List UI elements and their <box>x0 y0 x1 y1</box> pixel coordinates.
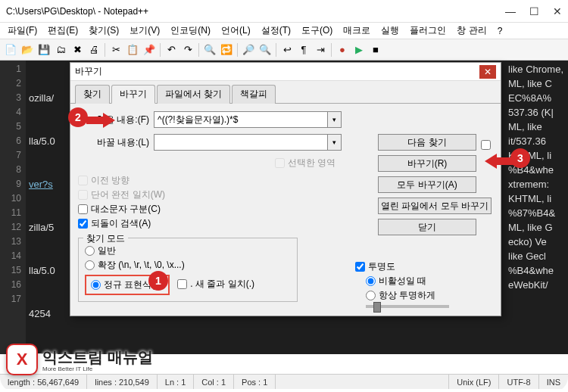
whole-word-checkbox <box>78 190 88 200</box>
in-selection-checkbox <box>275 158 285 168</box>
dialog-titlebar[interactable]: 바꾸기 ✕ <box>70 63 501 81</box>
dialog-title-text: 바꾸기 <box>75 65 479 78</box>
dialog-tabs: 찾기 바꾸기 파일에서 찾기 책갈피 <box>70 81 501 104</box>
undo-icon[interactable]: ↶ <box>164 42 179 58</box>
save-all-icon[interactable]: 🗂 <box>53 42 68 58</box>
find-input[interactable] <box>154 111 328 128</box>
tab-bookmark[interactable]: 책갈피 <box>232 85 276 104</box>
status-col: Col : 1 <box>194 375 234 389</box>
find-next-button[interactable]: 다음 찾기 <box>378 134 476 151</box>
window-title: C:\Users\PG\Desktop\ - Notepad++ <box>6 6 505 17</box>
zoom-in-icon[interactable]: 🔎 <box>241 42 256 58</box>
callout-1: 1 <box>148 271 168 291</box>
wrap-around-label: 되돌이 검색(A) <box>91 217 151 230</box>
find-next-extra-checkbox[interactable] <box>481 140 491 150</box>
mode-extended-label: 확장 (\n, \r, \t, \0, \x...) <box>98 259 185 272</box>
minimize-icon[interactable]: — <box>505 5 516 17</box>
maximize-icon[interactable]: ☐ <box>529 5 539 17</box>
prev-direction-label: 이전 방향 <box>91 174 130 187</box>
search-mode-group: 찾기 모드 일반 확장 (\n, \r, \t, \0, \x...) 정규 표… <box>78 238 298 302</box>
window-controls: — ☐ ✕ <box>505 5 562 17</box>
copy-icon[interactable]: 📋 <box>125 42 140 58</box>
dotall-label: . 새 줄과 일치(.) <box>190 278 254 291</box>
replace-icon[interactable]: 🔁 <box>219 42 234 58</box>
paste-icon[interactable]: 📌 <box>142 42 157 58</box>
callout-3: 3 <box>510 148 530 168</box>
callout-2: 2 <box>68 107 88 127</box>
match-case-checkbox[interactable] <box>78 204 88 214</box>
line-gutter: 123 456 789 101112 131415 1617 <box>0 61 26 354</box>
new-file-icon[interactable]: 📄 <box>3 42 18 58</box>
separator <box>105 43 105 57</box>
menu-windows[interactable]: 창 관리 <box>452 23 491 39</box>
indent-icon[interactable]: ⇥ <box>313 42 328 58</box>
play-icon[interactable]: ▶ <box>351 42 367 58</box>
menu-macro[interactable]: 매크로 <box>339 23 375 39</box>
wordwrap-icon[interactable]: ↩ <box>279 42 295 58</box>
trans-inactive-label: 비활성일 때 <box>379 275 426 288</box>
transparency-group: 투명도 비활성일 때 항상 투명하게 <box>355 259 492 308</box>
match-case-label: 대소문자 구분(C) <box>91 203 161 216</box>
replace-label: 바꿀 내용:(L) <box>78 136 154 149</box>
menu-run[interactable]: 실행 <box>376 23 404 39</box>
close-button[interactable]: 닫기 <box>378 219 476 235</box>
replace-all-button[interactable]: 모두 바꾸기(A) <box>378 176 476 193</box>
prev-direction-checkbox <box>78 176 88 185</box>
status-lines: lines : 210,549 <box>87 375 158 389</box>
replace-button[interactable]: 바꾸기(R) <box>378 155 476 172</box>
transparency-checkbox[interactable] <box>355 262 365 272</box>
dotall-checkbox[interactable] <box>177 279 187 289</box>
find-dropdown-icon[interactable]: ▾ <box>328 111 342 128</box>
watermark: X 익스트림 매뉴얼 More Better IT Life <box>6 344 153 375</box>
redo-icon[interactable]: ↷ <box>180 42 195 58</box>
menu-edit[interactable]: 편집(E) <box>43 23 83 39</box>
stop-icon[interactable]: ■ <box>368 42 383 58</box>
mode-extended-radio[interactable] <box>85 260 95 270</box>
save-icon[interactable]: 💾 <box>36 42 51 58</box>
print-icon[interactable]: 🖨 <box>86 42 101 58</box>
close-file-icon[interactable]: ✖ <box>70 42 85 58</box>
trans-inactive-radio[interactable] <box>366 276 376 286</box>
open-file-icon[interactable]: 📂 <box>20 42 35 58</box>
replace-all-open-button[interactable]: 열린 파일에서 모두 바꾸기 <box>378 198 492 214</box>
toolbar: 📄 📂 💾 🗂 ✖ 🖨 ✂ 📋 📌 ↶ ↷ 🔍 🔁 🔎 🔍 ↩ ¶ ⇥ ● ▶ … <box>0 39 568 61</box>
transparency-slider[interactable] <box>366 305 449 308</box>
transparency-label: 투명도 <box>368 260 395 273</box>
wrap-around-checkbox[interactable] <box>78 219 88 229</box>
menu-help[interactable]: ? <box>493 24 507 38</box>
menu-file[interactable]: 파일(F) <box>3 23 42 39</box>
menu-tools[interactable]: 도구(O) <box>297 23 337 39</box>
dialog-close-button[interactable]: ✕ <box>479 65 496 79</box>
replace-dropdown-icon[interactable]: ▾ <box>328 134 342 151</box>
tab-find[interactable]: 찾기 <box>75 85 110 104</box>
tab-find-in-files[interactable]: 파일에서 찾기 <box>157 85 230 104</box>
menubar: 파일(F) 편집(E) 찾기(S) 보기(V) 인코딩(N) 언어(L) 설정(… <box>0 23 568 39</box>
menu-search[interactable]: 찾기(S) <box>84 23 123 39</box>
trans-always-radio[interactable] <box>366 291 376 300</box>
zoom-out-icon[interactable]: 🔍 <box>257 42 273 58</box>
menu-language[interactable]: 언어(L) <box>217 23 255 39</box>
close-icon[interactable]: ✕ <box>553 5 562 17</box>
status-encoding: UTF-8 <box>499 375 538 389</box>
menu-view[interactable]: 보기(V) <box>125 23 164 39</box>
replace-input[interactable] <box>154 134 328 151</box>
svg-marker-1 <box>485 154 513 169</box>
separator <box>276 43 276 57</box>
watermark-text: 익스트림 매뉴얼 <box>42 347 153 368</box>
separator <box>198 43 199 57</box>
menu-encoding[interactable]: 인코딩(N) <box>166 23 215 39</box>
arrow-icon <box>86 113 117 128</box>
status-bar: length : 56,467,649 lines : 210,549 Ln :… <box>0 374 568 389</box>
tab-replace[interactable]: 바꾸기 <box>111 85 155 104</box>
menu-plugins[interactable]: 플러그인 <box>405 23 451 39</box>
mode-normal-radio[interactable] <box>85 246 95 256</box>
replace-dialog: 바꾸기 ✕ 찾기 바꾸기 파일에서 찾기 책갈피 찾을 내용:(F) ▾ 바꿀 … <box>70 62 501 316</box>
find-icon[interactable]: 🔍 <box>202 42 217 58</box>
separator <box>160 43 161 57</box>
status-eol: Unix (LF) <box>449 375 499 389</box>
record-icon[interactable]: ● <box>335 42 350 58</box>
show-all-icon[interactable]: ¶ <box>296 42 311 58</box>
mode-regex-radio[interactable] <box>91 280 101 290</box>
cut-icon[interactable]: ✂ <box>108 42 123 58</box>
menu-settings[interactable]: 설정(T) <box>257 23 295 39</box>
